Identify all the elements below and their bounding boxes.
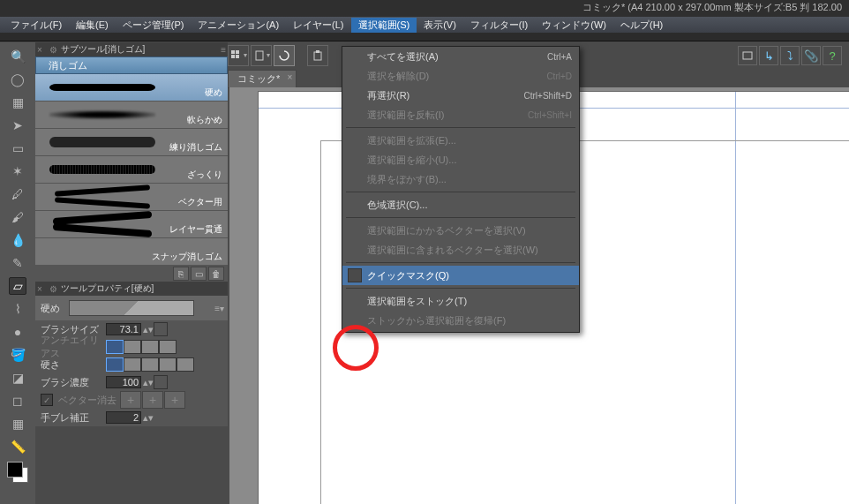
brush-row-vector[interactable]: ベクター用 [35, 184, 228, 211]
document-tab[interactable]: コミック* [228, 70, 297, 88]
gradient-tool-icon[interactable]: ◪ [9, 369, 26, 387]
prop-stabilization: 手ブレ補正 2 ▴▾ [35, 409, 228, 426]
menu-item-shrink[interactable]: 選択範囲を縮小(U)... [342, 150, 579, 169]
dynamics-icon[interactable] [154, 322, 168, 336]
brush-row-soft[interactable]: 軟らかめ [35, 102, 228, 129]
hardness-buttons[interactable] [106, 357, 194, 372]
prop-hardness: 硬さ [35, 356, 228, 373]
marquee-tool-icon[interactable]: ▭ [9, 139, 26, 157]
grid-toggle-button[interactable] [228, 45, 249, 66]
menu-layer[interactable]: レイヤー(L) [286, 18, 350, 33]
menu-window[interactable]: ウィンドウ(W) [535, 18, 613, 33]
menu-item-reselect[interactable]: 再選択(R)Ctrl+Shift+D [342, 86, 579, 105]
menu-separator [346, 288, 575, 289]
menu-selection[interactable]: 選択範囲(S) [351, 18, 417, 33]
menu-item-stock-selection[interactable]: 選択範囲をストック(T) [342, 291, 579, 311]
menu-item-expand[interactable]: 選択範囲を拡張(E)... [342, 131, 579, 150]
menu-item-color-range[interactable]: 色域選択(C)... [342, 195, 579, 214]
menu-separator [346, 217, 575, 218]
brush-label: 練り消しゴム [169, 141, 222, 154]
tool-column: 🔍 ◯ ▦ ➤ ▭ ✶ 🖊 🖌 💧 ✎ ▱ ⌇ ● 🪣 ◪ ◻ ▦ 📏 [0, 42, 35, 504]
stabilization-input[interactable]: 2 [106, 411, 141, 424]
subtool-trash-icon[interactable]: 🗑 [208, 267, 224, 281]
subtool-title: サブツール[消しゴム] [61, 43, 146, 56]
density-input[interactable]: 100 [106, 376, 141, 388]
brushsize-input[interactable]: 73.1 [106, 323, 141, 335]
subtool-panel: × ⚙ サブツール[消しゴム] ≡ 消しゴム 硬め 軟らかめ 練り消しゴム ざっ… [35, 42, 228, 426]
eraser-tool-icon[interactable]: ▱ [9, 277, 26, 295]
frame-tool-icon[interactable]: ▦ [9, 415, 26, 433]
help-icon[interactable]: ? [823, 46, 842, 65]
subtool-doc-icon[interactable]: ▭ [191, 267, 207, 281]
brush-label: 軟らかめ [187, 114, 222, 126]
panel-close-icon[interactable]: × [37, 284, 42, 294]
menu-item-border-blur[interactable]: 境界をぼかす(B)... [342, 169, 579, 189]
spray-tool-icon[interactable]: 💧 [9, 231, 26, 249]
svg-rect-4 [256, 51, 263, 60]
menu-animation[interactable]: アニメーション(A) [191, 18, 286, 33]
swirl-button[interactable] [274, 45, 295, 66]
subtool-options-icon[interactable]: ⎘ [173, 267, 189, 281]
menu-help[interactable]: ヘルプ(H) [613, 18, 670, 33]
brush-row-hard[interactable]: 硬め [35, 74, 228, 102]
ruler-tool-icon[interactable]: 📏 [9, 438, 26, 455]
divider-strip [0, 33, 849, 41]
stepper-icon[interactable]: ▴▾ [143, 324, 152, 335]
gear-icon[interactable]: ⚙ [49, 284, 57, 294]
nav-out-icon[interactable]: ↳ [759, 46, 778, 65]
stepper-icon[interactable]: ▴▾ [143, 412, 152, 424]
menu-view[interactable]: 表示(V) [417, 18, 463, 33]
menu-item-quickmask[interactable]: クイックマスク(Q) [342, 266, 579, 285]
brush-label: レイヤー貫通 [169, 223, 222, 236]
menu-separator [346, 192, 575, 192]
antialias-buttons [106, 340, 177, 354]
attach-icon[interactable]: 📎 [801, 46, 821, 65]
menu-filter[interactable]: フィルター(I) [463, 18, 535, 33]
menu-item-invert[interactable]: 選択範囲を反転(I)Ctrl+Shift+I [342, 105, 579, 124]
brush-row-rough[interactable]: ざっくり [35, 156, 228, 184]
pen-tool-icon[interactable]: 🖊 [9, 185, 26, 203]
nav-down-icon[interactable]: ⤵ [780, 46, 800, 65]
prop-density: ブラシ濃度 100 ▴▾ [35, 373, 228, 391]
shape-tool-icon[interactable]: ◻ [9, 392, 26, 410]
sparkle-tool-icon[interactable]: ✶ [9, 162, 26, 180]
svg-rect-0 [231, 50, 235, 54]
menu-page[interactable]: ページ管理(P) [116, 18, 192, 33]
right-toolbar: ↳ ⤵ 📎 ? [738, 46, 842, 65]
document-tabs: コミック* [228, 71, 297, 87]
color-swatch[interactable] [7, 462, 28, 483]
dynamics-icon[interactable] [154, 375, 168, 389]
display-toggle-button[interactable] [738, 46, 757, 65]
menu-item-deselect[interactable]: 選択を解除(D)Ctrl+D [342, 66, 579, 86]
property-menu-icon[interactable]: ≡▾ [214, 304, 224, 313]
gear-icon[interactable]: ⚙ [49, 45, 57, 55]
menu-edit[interactable]: 編集(E) [69, 18, 116, 33]
tool-property-name: 硬め ≡▾ [35, 296, 228, 320]
pointer-tool-icon[interactable]: ➤ [9, 117, 26, 134]
stepper-icon[interactable]: ▴▾ [143, 377, 152, 388]
brush-row-layer[interactable]: レイヤー貫通 [35, 211, 228, 238]
bucket-tool-icon[interactable]: 🪣 [9, 346, 26, 364]
brush-tool-icon[interactable]: 🖌 [9, 208, 26, 226]
brush-row-snap[interactable]: スナップ消しゴム [35, 238, 228, 266]
doc-dropdown-button[interactable] [251, 45, 272, 66]
top-toolbar [228, 44, 328, 66]
brush-row-kneaded[interactable]: 練り消しゴム [35, 129, 228, 156]
tool-property-header: × ⚙ ツールプロパティ[硬め] [35, 282, 228, 296]
subtool-tab-eraser[interactable]: 消しゴム [35, 56, 228, 74]
clipboard-button[interactable] [307, 45, 328, 66]
magnify-tool-icon[interactable]: 🔍 [9, 48, 26, 65]
menu-item-vec-overlap[interactable]: 選択範囲にかかるベクターを選択(V) [342, 221, 579, 240]
panel-close-icon[interactable]: × [37, 45, 42, 55]
menu-item-select-all[interactable]: すべてを選択(A)Ctrl+A [342, 47, 579, 66]
lasso-tool-icon[interactable]: ◯ [9, 71, 26, 88]
drop-tool-icon[interactable]: ● [9, 323, 26, 341]
blend-tool-icon[interactable]: ⌇ [9, 300, 26, 318]
checkbox[interactable]: ✓ [41, 394, 53, 406]
pencil-tool-icon[interactable]: ✎ [9, 254, 26, 272]
panel-menu-icon[interactable]: ≡ [221, 45, 226, 55]
wand-tool-icon[interactable]: ▦ [9, 94, 26, 111]
menu-file[interactable]: ファイル(F) [4, 18, 69, 33]
menu-item-vec-inside[interactable]: 選択範囲に含まれるベクターを選択(W) [342, 240, 579, 260]
menu-item-restore-selection[interactable]: ストックから選択範囲を復帰(F) [342, 311, 579, 330]
